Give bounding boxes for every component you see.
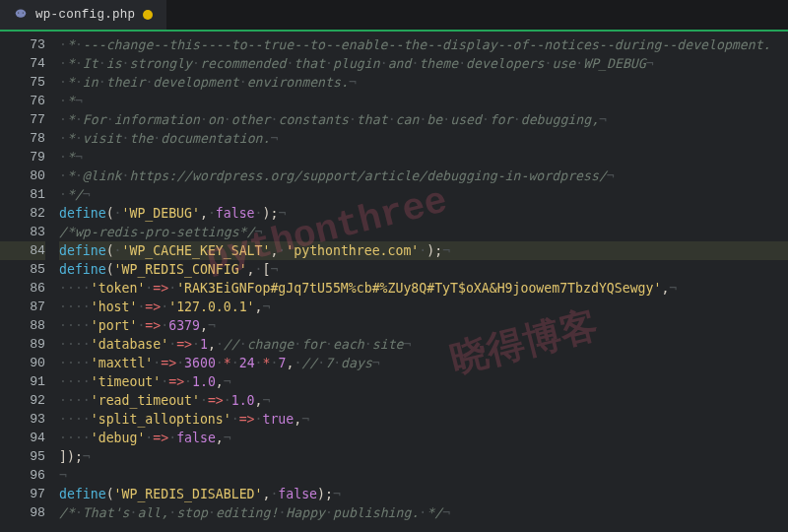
code-line[interactable]: ·*·@link·https://wordpress.org/support/a… — [59, 166, 788, 185]
line-number: 87 — [0, 298, 45, 316]
code-line[interactable]: ]);¬ — [59, 447, 788, 466]
line-number: 84 — [0, 241, 45, 260]
line-number: 77 — [0, 110, 45, 129]
line-number: 94 — [0, 429, 45, 447]
line-number: 80 — [0, 166, 45, 185]
code-line[interactable]: define('WP_REDIS_DISABLED',·false);¬ — [59, 485, 788, 503]
code-line[interactable]: define(·'WP_DEBUG',·false·);¬ — [59, 204, 788, 223]
code-line[interactable]: ····'host'·=>·'127.0.0.1',¬ — [59, 298, 788, 316]
line-number: 91 — [0, 372, 45, 391]
svg-point-2 — [23, 12, 24, 13]
line-number: 95 — [0, 447, 45, 466]
line-number: 78 — [0, 129, 45, 148]
code-line[interactable]: ····'database'·=>·1,·//·change·for·each·… — [59, 335, 788, 354]
file-tab[interactable]: wp-config.php — [0, 0, 166, 30]
code-line[interactable]: ····'read_timeout'·=>·1.0,¬ — [59, 391, 788, 410]
editor-area: ‹ 73747576777879808182838485868788899091… — [0, 32, 788, 532]
code-line[interactable]: ·*·visit·the·documentation.¬ — [59, 129, 788, 148]
line-number: 93 — [0, 410, 45, 429]
line-number: 73 — [0, 35, 45, 54]
line-number: 89 — [0, 335, 45, 354]
code-line[interactable]: ····'debug'·=>·false,¬ — [59, 429, 788, 447]
svg-point-1 — [18, 12, 19, 13]
tab-filename: wp-config.php — [35, 8, 135, 22]
line-number: 98 — [0, 503, 45, 522]
code-line[interactable]: ····'token'·=>·'RAK3EiGNFop#gJq7tU55M%cb… — [59, 279, 788, 298]
code-line[interactable]: /*wp-redis-pro-settings*/¬ — [59, 223, 788, 241]
code-line[interactable]: /*·That's·all,·stop·editing!·Happy·publi… — [59, 503, 788, 522]
code-line[interactable]: ·*¬ — [59, 148, 788, 166]
line-number: 82 — [0, 204, 45, 223]
line-number: 81 — [0, 185, 45, 204]
code-area[interactable]: pythonthree 晓得博客 ·*·---change--this----t… — [55, 32, 788, 532]
code-line[interactable]: ·*·in·their·development·environments.¬ — [59, 73, 788, 92]
code-line[interactable]: define(·'WP_CACHE_KEY_SALT',·'pythonthre… — [59, 241, 788, 260]
code-line[interactable]: ····'timeout'·=>·1.0,¬ — [59, 372, 788, 391]
code-line[interactable]: ·*·For·information·on·other·constants·th… — [59, 110, 788, 129]
line-number: 85 — [0, 260, 45, 279]
line-number: 90 — [0, 354, 45, 372]
code-line[interactable]: ····'maxttl'·=>·3600·*·24·*·7,·//·7·days… — [59, 354, 788, 372]
code-line[interactable]: ¬ — [59, 466, 788, 485]
line-number: 86 — [0, 279, 45, 298]
line-number: 96 — [0, 466, 45, 485]
line-number: 75 — [0, 73, 45, 92]
line-number: 97 — [0, 485, 45, 503]
code-line[interactable]: ····'port'·=>·6379,¬ — [59, 316, 788, 335]
tab-bar: wp-config.php — [0, 0, 788, 32]
code-line[interactable]: ·*¬ — [59, 92, 788, 110]
line-number: 74 — [0, 54, 45, 73]
line-number: 76 — [0, 92, 45, 110]
code-line[interactable]: define('WP_REDIS_CONFIG',·[¬ — [59, 260, 788, 279]
code-line[interactable]: ·*·It·is·strongly·recommended·that·plugi… — [59, 54, 788, 73]
code-line[interactable]: ····'split_alloptions'·=>·true,¬ — [59, 410, 788, 429]
php-elephant-icon — [14, 6, 28, 24]
code-line[interactable]: ·*·---change--this----to--true--to--enab… — [59, 35, 788, 54]
modified-indicator-icon — [143, 10, 153, 20]
line-number: 92 — [0, 391, 45, 410]
line-number: 88 — [0, 316, 45, 335]
line-number: 79 — [0, 148, 45, 166]
line-number-gutter: 7374757677787980818283848586878889909192… — [0, 32, 55, 532]
line-number: 83 — [0, 223, 45, 241]
code-line[interactable]: ·*/¬ — [59, 185, 788, 204]
svg-point-0 — [16, 10, 27, 18]
